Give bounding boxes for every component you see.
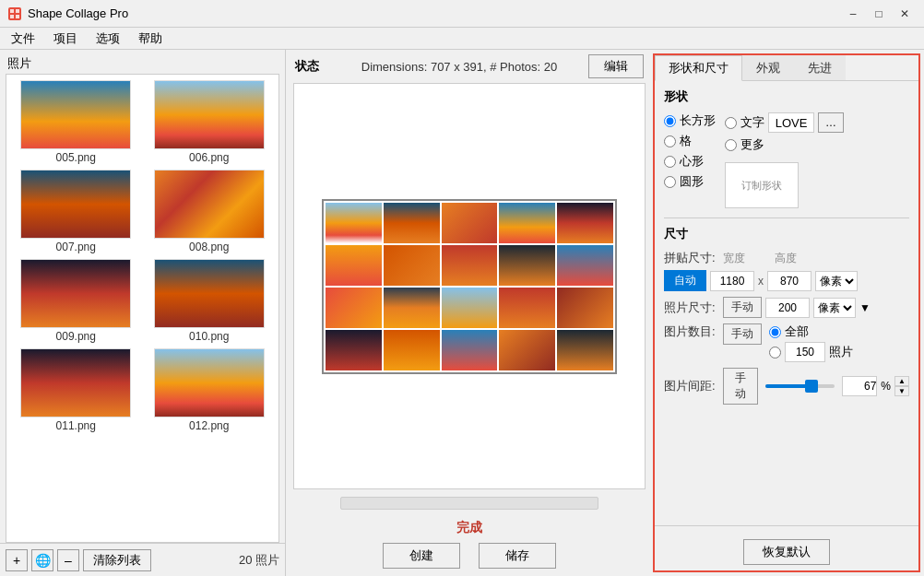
svg-rect-1: [10, 9, 14, 13]
remove-photo-button[interactable]: –: [57, 549, 79, 571]
photo-thumb-012: [154, 348, 265, 417]
shape-circle[interactable]: 圆形: [664, 173, 716, 190]
photos-count-manual-button[interactable]: 手动: [723, 323, 762, 345]
bottom-toolbar: + 🌐 – 清除列表 20 照片: [0, 543, 285, 576]
all-count-radio[interactable]: [769, 326, 781, 338]
shape-more-label: 更多: [740, 136, 764, 153]
shape-text-radio[interactable]: [725, 117, 737, 129]
menu-options[interactable]: 选项: [89, 29, 127, 49]
shape-text[interactable]: 文字: [725, 114, 764, 131]
shape-heart-radio[interactable]: [664, 156, 676, 168]
main-area: 照片 005.png 006.png 007.png: [0, 50, 924, 576]
shape-grid-radio[interactable]: [664, 135, 676, 147]
shape-heart-label: 心形: [680, 153, 704, 170]
menu-file[interactable]: 文件: [4, 29, 42, 49]
collage-cell-17: [384, 330, 440, 370]
center-panel: 状态 Dimensions: 707 x 391, # Photos: 20 编…: [286, 50, 653, 576]
custom-count-radio[interactable]: [769, 347, 781, 359]
save-button[interactable]: 储存: [479, 543, 556, 569]
collage-size-label: 拼贴尺寸:: [664, 250, 719, 266]
collage-height-input[interactable]: [767, 271, 811, 291]
photo-size-area: 照片尺寸: 手动 像素 英寸 ▼: [664, 297, 909, 318]
shape-text-label: 文字: [740, 114, 764, 131]
photo-name-008: 008.png: [189, 241, 229, 253]
photo-size-manual-button[interactable]: 手动: [723, 297, 762, 318]
create-button[interactable]: 创建: [383, 543, 460, 569]
shape-heart[interactable]: 心形: [664, 153, 716, 170]
list-item[interactable]: 010.png: [146, 259, 274, 343]
close-button[interactable]: ✕: [893, 4, 917, 24]
photo-name-006: 006.png: [189, 151, 229, 164]
collage-cell-6: [326, 245, 382, 286]
collage-cell-15: [557, 288, 613, 328]
photo-thumb-008: [154, 170, 265, 239]
status-complete: 完成: [291, 517, 647, 539]
love-dots-button[interactable]: …: [818, 112, 844, 133]
collage-preview[interactable]: [293, 83, 646, 489]
list-item[interactable]: 006.png: [146, 80, 274, 164]
collage-width-input[interactable]: [710, 271, 754, 291]
edit-button[interactable]: 编辑: [588, 54, 644, 78]
spacing-down-button[interactable]: ▼: [894, 386, 909, 396]
status-section-label: 状态: [295, 58, 319, 75]
spacing-manual-button[interactable]: 手动: [723, 368, 758, 405]
restore-defaults-button[interactable]: 恢复默认: [743, 539, 830, 565]
custom-shape-box[interactable]: 订制形状: [725, 162, 799, 208]
svg-rect-2: [16, 9, 19, 13]
divider-1: [664, 217, 909, 218]
shape-circle-radio[interactable]: [664, 176, 676, 188]
collage-unit-select[interactable]: 像素 英寸 厘米: [815, 271, 858, 291]
shape-section-title: 形状: [664, 88, 909, 105]
spacing-pct-input[interactable]: [842, 376, 877, 396]
collage-cell-12: [384, 288, 440, 328]
list-item[interactable]: 008.png: [146, 170, 274, 253]
app-icon: [7, 6, 22, 21]
menu-help[interactable]: 帮助: [131, 29, 170, 49]
all-radio-label[interactable]: 全部: [769, 323, 853, 340]
spacing-label: 图片间距:: [664, 378, 719, 394]
minimize-button[interactable]: –: [841, 4, 865, 24]
status-text: Dimensions: 707 x 391, # Photos: 20: [361, 60, 557, 74]
pct-label: %: [881, 380, 891, 393]
photo-name-009: 009.png: [56, 330, 96, 343]
photos-label: 照片: [0, 50, 285, 74]
shape-more[interactable]: 更多: [725, 136, 844, 153]
shape-rectangle-radio[interactable]: [664, 115, 676, 127]
shape-rectangle[interactable]: 长方形: [664, 112, 716, 129]
collage-cell-13: [442, 288, 498, 328]
shape-col-right: 文字 … 更多 订制形状: [725, 112, 844, 208]
list-item[interactable]: 011.png: [12, 348, 140, 432]
tab-advanced[interactable]: 先进: [794, 55, 846, 80]
shape-grid[interactable]: 格: [664, 133, 716, 149]
clear-list-button[interactable]: 清除列表: [83, 549, 151, 571]
add-photo-button[interactable]: +: [6, 549, 28, 571]
photo-list-container[interactable]: 005.png 006.png 007.png 008.png: [6, 74, 279, 543]
collage-grid: [324, 201, 615, 372]
right-bottom: 恢复默认: [655, 525, 918, 570]
shape-grid-label: 格: [680, 133, 692, 149]
collage-auto-button[interactable]: 自动: [664, 270, 706, 291]
list-item[interactable]: 009.png: [12, 259, 140, 343]
custom-shape-label: 订制形状: [741, 179, 782, 193]
tab-shape-size[interactable]: 形状和尺寸: [655, 55, 742, 81]
tabs-bar: 形状和尺寸 外观 先进: [655, 55, 918, 81]
list-item[interactable]: 005.png: [12, 80, 140, 164]
count-value-input[interactable]: [785, 342, 825, 362]
collage-cell-16: [326, 330, 382, 370]
photo-thumb-007: [20, 170, 131, 239]
collage-cell-5: [557, 203, 613, 243]
collage-cell-11: [326, 288, 382, 328]
list-item[interactable]: 007.png: [12, 170, 140, 253]
globe-button[interactable]: 🌐: [31, 549, 53, 571]
menu-project[interactable]: 项目: [46, 29, 85, 49]
list-item[interactable]: 012.png: [146, 348, 274, 432]
photo-size-label: 照片尺寸:: [664, 300, 719, 316]
photo-size-unit-select[interactable]: 像素 英寸: [813, 298, 856, 318]
photo-size-input[interactable]: [765, 298, 810, 318]
maximize-button[interactable]: □: [867, 4, 891, 24]
tab-appearance[interactable]: 外观: [742, 55, 794, 80]
spacing-up-button[interactable]: ▲: [894, 376, 909, 386]
love-text-input[interactable]: [768, 112, 814, 133]
shape-more-radio[interactable]: [725, 139, 737, 151]
spacing-slider-thumb[interactable]: [805, 380, 818, 393]
